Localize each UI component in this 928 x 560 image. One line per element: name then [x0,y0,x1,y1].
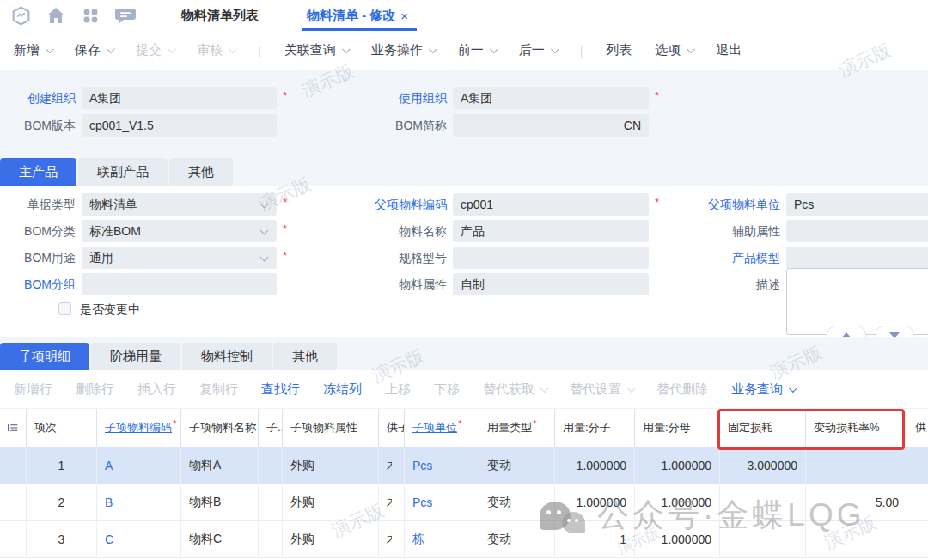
cell-usage-type[interactable]: 变动 [479,521,554,557]
cell-child-attr[interactable]: 外购 [282,521,378,557]
mat-name-field[interactable]: 产品 [453,220,649,242]
related-query-button[interactable]: 关联查询 [284,42,348,58]
aux-attr-field[interactable] [786,220,928,242]
tab-step-usage[interactable]: 阶梯用量 [91,343,180,370]
insert-row-button[interactable]: 插入行 [137,381,176,398]
cell-child-name[interactable]: 物料A [180,447,258,484]
cell-child-name[interactable]: 物料C [180,521,258,557]
move-up-button[interactable]: 上移 [385,381,411,398]
prod-model-field[interactable] [786,247,928,269]
tab-bom-list[interactable]: 物料清单列表 [181,8,259,24]
parent-unit-field[interactable]: Pcs [786,193,928,216]
substitute-set-button[interactable]: 替代设置 [570,381,633,398]
cell-usage-type[interactable]: 变动 [479,484,554,520]
table-row[interactable]: 2 B 物料B 外购 木 Pcs 变动 1.000000 1.000000 5.… [0,484,928,521]
cell-fixed-loss[interactable] [719,484,805,520]
new-button[interactable]: 新增 [14,42,52,58]
cell-supply[interactable]: 木 [378,484,404,520]
parent-code-field[interactable]: cp001 [453,193,649,216]
move-down-button[interactable]: 下移 [434,381,460,398]
row-selector-icon[interactable] [0,409,26,447]
cell-variable-loss-rate[interactable] [805,447,907,484]
tab-detail-other[interactable]: 其他 [273,343,337,370]
list-button[interactable]: 列表 [606,42,632,58]
cell-denominator[interactable]: 1.000000 [634,521,719,557]
is-changing-checkbox[interactable] [58,302,71,315]
add-row-button[interactable]: 新增行 [14,381,52,398]
bom-version-field[interactable]: cp001_V1.5 [82,114,277,137]
col-header-seq[interactable]: 项次 [26,409,96,447]
cell-denominator[interactable]: 1.000000 [634,447,719,484]
col-header-truncated-2[interactable]: 供 [907,409,928,447]
col-header-child-name[interactable]: 子项物料名称 [180,409,258,447]
cell-child-attr[interactable]: 外购 [282,484,378,520]
parent-code-label[interactable]: 父项物料编码 [352,193,447,216]
delete-row-button[interactable]: 删除行 [76,381,114,398]
col-header-fixed-loss[interactable]: 固定损耗 [719,409,805,447]
col-header-child-unit[interactable]: 子项单位* [404,409,479,447]
tab-product-other[interactable]: 其他 [169,158,233,186]
cell-child-attr[interactable]: 外购 [282,447,378,484]
bom-usage-select[interactable]: 通用 [82,247,277,269]
cell-usage-type[interactable]: 变动 [479,447,554,484]
business-op-button[interactable]: 业务操作 [371,42,435,58]
spec-model-field[interactable] [453,247,649,269]
apps-grid-icon[interactable] [80,5,101,26]
cell-fixed-loss[interactable]: 3.000000 [719,447,805,484]
tab-co-products[interactable]: 联副产品 [78,158,168,186]
message-icon[interactable] [114,5,137,26]
create-org-label[interactable]: 创建组织 [0,87,76,109]
save-button[interactable]: 保存 [75,42,113,58]
cell-fixed-loss[interactable] [719,521,805,557]
substitute-get-button[interactable]: 替代获取 [483,381,546,398]
cell-child-name[interactable]: 物料B [180,484,258,520]
collapse-down-button[interactable] [875,326,914,337]
home-icon[interactable] [46,5,66,26]
copy-row-button[interactable]: 复制行 [199,381,238,398]
use-org-label[interactable]: 使用组织 [369,87,447,109]
bom-class-select[interactable]: 标准BOM [82,220,277,242]
business-query-button[interactable]: 业务查询 [731,381,795,398]
options-button[interactable]: 选项 [655,42,693,58]
freeze-column-button[interactable]: 冻结列 [323,381,362,398]
previous-button[interactable]: 前一 [458,42,496,58]
create-org-field[interactable]: A集团 [82,87,277,109]
submit-button[interactable]: 提交 [136,42,174,58]
prod-model-label[interactable]: 产品模型 [686,247,780,269]
col-header-child-attr[interactable]: 子项物料属性 [282,409,378,447]
sync-logo-icon[interactable] [10,5,32,27]
bom-short-field[interactable]: CN [453,114,649,137]
tab-main-product[interactable]: 主产品 [0,158,76,186]
tab-bom-edit[interactable]: 物料清单 - 修改 × [307,0,408,31]
cell-numerator[interactable]: 1 [554,521,634,557]
col-header-numerator[interactable]: 用量:分子 [554,409,634,447]
cell-supply[interactable]: 木 [378,521,404,557]
col-header-supply[interactable]: 供子* [378,409,404,447]
cell-numerator[interactable]: 1.000000 [554,484,634,520]
col-header-denominator[interactable]: 用量:分母 [634,409,719,447]
bom-group-field[interactable] [82,273,277,295]
exit-button[interactable]: 退出 [716,42,742,58]
col-header-usage-type[interactable]: 用量类型* [479,409,554,447]
bom-group-label[interactable]: BOM分组 [0,273,76,295]
tab-child-detail[interactable]: 子项明细 [0,343,89,370]
cell-numerator[interactable]: 1.000000 [554,447,634,484]
table-row[interactable]: 1 A 物料A 外购 木 Pcs 变动 1.000000 1.000000 3.… [0,447,928,484]
next-button[interactable]: 后一 [519,42,557,58]
col-header-truncated-1[interactable]: 子.. [258,409,282,447]
substitute-delete-button[interactable]: 替代删除 [656,381,708,398]
tab-material-control[interactable]: 物料控制 [182,343,272,370]
parent-unit-label[interactable]: 父项物料单位 [686,193,780,216]
col-header-variable-loss-rate[interactable]: 变动损耗率% [805,409,907,447]
audit-button[interactable]: 审核 [197,42,235,58]
cell-supply[interactable]: 木 [378,447,404,484]
mat-attr-field[interactable]: 自制 [453,273,649,295]
doc-type-select[interactable]: 物料清单 [82,193,277,216]
tab-close-icon[interactable]: × [400,9,408,23]
find-row-button[interactable]: 查找行 [261,381,300,398]
col-header-child-code[interactable]: 子项物料编码* [96,409,180,447]
table-row[interactable]: 3 C 物料C 外购 木 栋 变动 1 1.000000 [0,521,928,558]
cell-denominator[interactable]: 1.000000 [634,484,719,520]
cell-variable-loss-rate[interactable]: 5.00 [805,484,907,520]
collapse-up-button[interactable] [827,326,866,337]
